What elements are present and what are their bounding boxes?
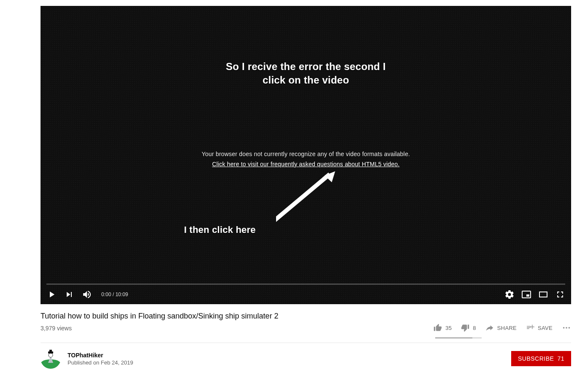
share-label: SHARE (497, 325, 517, 331)
playlist-add-icon (526, 324, 534, 332)
like-count: 35 (445, 325, 452, 331)
share-button[interactable]: SHARE (485, 324, 517, 332)
video-actions: 35 8 SHARE SAVE (434, 323, 571, 332)
play-icon[interactable] (46, 289, 57, 300)
html5-faq-link[interactable]: Click here to visit our frequently asked… (212, 161, 399, 167)
sentiment-bar (435, 338, 482, 338)
next-icon[interactable] (64, 289, 74, 300)
svg-point-7 (49, 353, 53, 357)
save-label: SAVE (538, 325, 553, 331)
more-actions-button[interactable] (562, 323, 571, 332)
channel-name[interactable]: TOPhatHiker (68, 352, 133, 359)
like-button[interactable]: 35 (434, 324, 452, 332)
publish-date: Published on Feb 24, 2019 (68, 359, 133, 366)
annotation-top: So I recive the error the second I click… (41, 60, 571, 87)
miniplayer-icon[interactable] (521, 289, 531, 300)
video-error-message: Your browser does not currently recogniz… (41, 149, 571, 159)
channel-avatar[interactable] (41, 348, 61, 369)
dislike-button[interactable]: 8 (461, 324, 476, 332)
annotation-bottom: I then click here (184, 224, 256, 235)
volume-icon[interactable] (82, 289, 92, 300)
subscriber-count: 71 (557, 355, 564, 362)
player-controls: 0:00 / 10:09 (41, 285, 571, 304)
svg-point-2 (563, 327, 565, 329)
video-title: Tutorial how to build ships in Floating … (41, 312, 571, 321)
thumb-up-icon (434, 324, 442, 332)
theater-icon[interactable] (538, 289, 548, 300)
settings-icon[interactable] (504, 289, 515, 300)
subscribe-button[interactable]: SUBSCRIBE 71 (511, 351, 571, 366)
thumb-down-icon (461, 324, 469, 332)
channel-row: TOPhatHiker Published on Feb 24, 2019 SU… (41, 348, 571, 369)
fullscreen-icon[interactable] (555, 289, 565, 300)
svg-rect-9 (49, 350, 52, 352)
duration: 10:09 (115, 292, 128, 297)
time-display: 0:00 / 10:09 (101, 292, 128, 297)
video-error-block: Your browser does not currently recogniz… (41, 149, 571, 170)
divider (41, 343, 571, 343)
save-button[interactable]: SAVE (526, 324, 553, 332)
dislike-count: 8 (473, 325, 476, 331)
subscribe-label: SUBSCRIBE (518, 355, 554, 362)
svg-point-3 (566, 327, 567, 329)
more-horiz-icon (562, 323, 571, 332)
current-time: 0:00 (101, 292, 111, 297)
avatar-illustration-icon (41, 348, 61, 369)
share-icon (485, 324, 494, 332)
svg-point-4 (569, 327, 570, 329)
video-player[interactable]: So I recive the error the second I click… (41, 6, 571, 304)
